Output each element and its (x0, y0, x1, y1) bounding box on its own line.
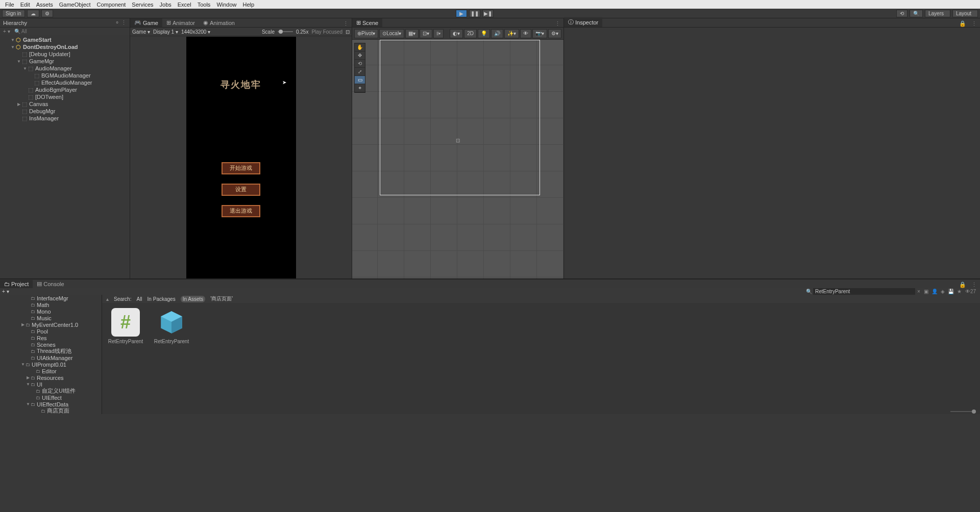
folder-item[interactable]: 🗀Music (0, 315, 102, 321)
layout-dropdown[interactable]: Layout (952, 10, 978, 17)
folder-item[interactable]: 🗀Math (0, 301, 102, 308)
filter-packages[interactable]: In Packages (148, 296, 176, 302)
scene-view[interactable]: ⊡ ✋ ✥ ⟲ ⤢ ▭ ✦ (352, 40, 564, 278)
pause-button[interactable]: ❚❚ (469, 10, 480, 17)
signin-button[interactable]: Sign in (2, 10, 25, 17)
folder-item[interactable]: 🗀Pool (0, 328, 102, 335)
menu-file[interactable]: File (2, 2, 17, 8)
hierarchy-item[interactable]: ⬚InsManager (0, 115, 130, 122)
project-assets-grid[interactable]: # RetEntryParent RetEntryParent (102, 303, 980, 414)
filter-save-icon[interactable]: 💾 (946, 289, 955, 294)
hierarchy-item[interactable]: ⬚BGMAudioManager (0, 72, 130, 79)
start-game-button[interactable]: 开始游戏 (222, 162, 260, 174)
folder-item[interactable]: 🗀Res (0, 335, 102, 341)
panel-menu-icon[interactable]: ⋮ (340, 20, 352, 27)
resolution-dropdown[interactable]: 1440x3200 ▾ (181, 29, 210, 35)
tab-game[interactable]: 🎮Game (130, 18, 162, 27)
menu-component[interactable]: Component (93, 2, 129, 8)
menu-tools[interactable]: Tools (194, 2, 214, 8)
hierarchy-item[interactable]: ▼⬡GameStart (0, 36, 130, 43)
asset-script[interactable]: # RetEntryParent (107, 308, 144, 344)
hierarchy-item[interactable]: ⬚EffectAudioManager (0, 79, 130, 86)
grid-button[interactable]: ▦▾ (405, 29, 419, 38)
camera-button[interactable]: 📷▾ (532, 29, 547, 38)
game-view[interactable]: 寻火地牢 开始游戏 设置 退出游戏 ➤ (130, 36, 352, 278)
thumbnail-size-slider[interactable] (950, 411, 976, 412)
step-button[interactable]: ▶❚ (482, 10, 494, 17)
project-add-button[interactable]: + ▾ (2, 289, 9, 294)
scale-slider[interactable] (278, 31, 293, 32)
snap-button[interactable]: ⊡▾ (420, 29, 432, 38)
tab-inspector[interactable]: ⓘInspector (564, 17, 602, 27)
folder-item[interactable]: ▼🗀UIPrompt0.01 (0, 361, 102, 368)
bottom-lock-icon[interactable]: 🔒 (957, 281, 968, 288)
asset-prefab[interactable]: RetEntryParent (153, 308, 190, 344)
folder-item[interactable]: 🗀UIAtkManager (0, 354, 102, 361)
local-dropdown[interactable]: ⊙Local▾ (379, 29, 404, 38)
hierarchy-item[interactable]: ⬚[Debug Updater] (0, 50, 130, 58)
search-button[interactable]: 🔍 (910, 10, 923, 17)
cloud-button[interactable]: ☁ (27, 10, 39, 17)
undo-history-button[interactable]: ⟲ (896, 10, 908, 17)
menu-help[interactable]: Help (240, 2, 258, 8)
filter-star-icon[interactable]: ★ (955, 289, 963, 294)
game-view-dropdown[interactable]: Game ▾ (132, 29, 150, 35)
filter-folder[interactable]: '商店页面' (210, 295, 233, 302)
visibility-toggle[interactable]: 👁 (520, 29, 531, 38)
folder-item[interactable]: 🗀Editor (0, 368, 102, 374)
game-aspect-icon[interactable]: ⊡ (346, 29, 350, 35)
menu-excel[interactable]: Excel (175, 2, 194, 8)
hierarchy-add-button[interactable]: + ▾ (3, 29, 10, 34)
folder-item[interactable]: 🗀UIEffect (0, 394, 102, 401)
rotate-tool[interactable]: ⟲ (355, 60, 365, 68)
folder-item[interactable]: 🗀Mono (0, 308, 102, 315)
folder-item[interactable]: ▶🗀Resources (0, 374, 102, 381)
tab-project[interactable]: 🗀Project (0, 280, 33, 288)
hierarchy-options-icon[interactable]: ⚬ ⋮ (115, 19, 127, 26)
hierarchy-item[interactable]: ⬚AudioBgmPlayer (0, 86, 130, 93)
pivot-dropdown[interactable]: ⊕Pivot▾ (354, 29, 378, 38)
layers-dropdown[interactable]: Layers (925, 10, 950, 17)
gizmos-button[interactable]: ⚙▾ (548, 29, 561, 38)
display-dropdown[interactable]: Display 1 ▾ (153, 29, 178, 35)
panel-menu-icon[interactable]: ⋮ (968, 281, 980, 288)
settings-button[interactable]: ⚙ (41, 10, 53, 17)
hidden-count[interactable]: 👁27 (963, 289, 978, 294)
scale-tool[interactable]: ⤢ (355, 68, 365, 76)
fx-toggle[interactable]: ✨▾ (504, 29, 519, 38)
hierarchy-item[interactable]: ▼⬚AudioManager (0, 65, 130, 72)
hierarchy-item[interactable]: ⬚DebugMgr (0, 108, 130, 115)
folder-item[interactable]: ▶🗀MyEventCenter1.0 (0, 321, 102, 328)
filter-all[interactable]: All (136, 296, 142, 302)
menu-window[interactable]: Window (213, 2, 239, 8)
hierarchy-tree[interactable]: ▼⬡GameStart▼⬡DontDestroyOnLoad⬚[Debug Up… (0, 35, 130, 278)
filter-assets[interactable]: In Assets (181, 296, 206, 302)
move-tool[interactable]: ✥ (355, 52, 365, 60)
hierarchy-search[interactable] (21, 29, 127, 34)
menu-gameobject[interactable]: GameObject (56, 2, 94, 8)
panel-menu-icon[interactable]: ⋮ (552, 20, 564, 27)
inspector-lock-icon[interactable]: 🔒 (957, 20, 968, 27)
menu-jobs[interactable]: Jobs (157, 2, 175, 8)
draw-mode-button[interactable]: ◐▾ (450, 29, 463, 38)
menu-assets[interactable]: Assets (33, 2, 56, 8)
settings-game-button[interactable]: 设置 (222, 184, 260, 196)
menu-services[interactable]: Services (129, 2, 156, 8)
folder-item[interactable]: 🗀自定义UI组件 (0, 388, 102, 394)
filter-type-icon[interactable]: ▣ (922, 289, 930, 294)
project-folders[interactable]: 🗀InterfaceMgr🗀Math🗀Mono🗀Music▶🗀MyEventCe… (0, 295, 102, 414)
tab-animation[interactable]: ◉Animation (199, 18, 239, 27)
increment-button[interactable]: ⫴▾ (433, 29, 444, 38)
panel-menu-icon[interactable]: ⋮ (968, 20, 980, 27)
hierarchy-item[interactable]: ▶⬚Canvas (0, 100, 130, 108)
hierarchy-item[interactable]: ▼⬚GameMgr (0, 58, 130, 65)
folder-item[interactable]: 🗀InterfaceMgr (0, 295, 102, 301)
play-focused-dropdown[interactable]: Play Focused (311, 29, 342, 35)
project-search[interactable] (813, 288, 915, 295)
light-toggle[interactable]: 💡 (478, 29, 490, 38)
tab-scene[interactable]: ⊞Scene (352, 18, 382, 27)
audio-toggle[interactable]: 🔊 (491, 29, 503, 38)
folder-item[interactable]: 🗀商店页面 (0, 407, 102, 414)
2d-toggle[interactable]: 2D (464, 29, 477, 38)
hierarchy-item[interactable]: ⬚[DOTween] (0, 93, 130, 100)
